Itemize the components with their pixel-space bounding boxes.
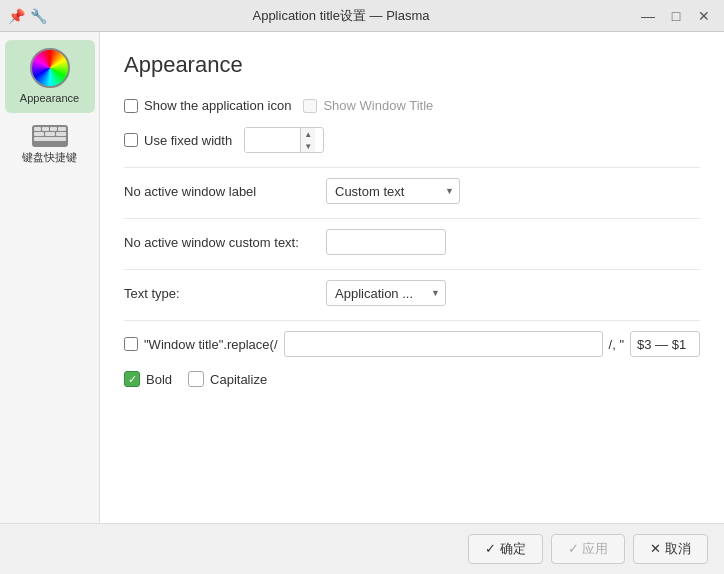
divider-1 bbox=[124, 167, 700, 168]
use-fixed-width-label[interactable]: Use fixed width bbox=[124, 133, 232, 148]
capitalize-label[interactable]: Capitalize bbox=[188, 371, 267, 387]
minimize-button[interactable]: — bbox=[636, 4, 660, 28]
use-fixed-width-checkbox[interactable] bbox=[124, 133, 138, 147]
confirm-button[interactable]: ✓ 确定 bbox=[468, 534, 543, 564]
text-type-combo-wrapper: Application ... Window title User define… bbox=[326, 280, 446, 306]
text-type-row: Text type: Application ... Window title … bbox=[124, 280, 700, 306]
show-app-icon-label[interactable]: Show the application icon bbox=[124, 98, 291, 113]
sidebar: Appearance 键盘快捷键 bbox=[0, 32, 100, 523]
divider-3 bbox=[124, 269, 700, 270]
show-window-title-checkbox[interactable] bbox=[303, 99, 317, 113]
sidebar-item-keyboard[interactable]: 键盘快捷键 bbox=[5, 117, 95, 172]
maximize-button[interactable]: □ bbox=[664, 4, 688, 28]
sidebar-item-appearance[interactable]: Appearance bbox=[5, 40, 95, 113]
show-window-title-label[interactable]: Show Window Title bbox=[303, 98, 433, 113]
capitalize-text: Capitalize bbox=[210, 372, 267, 387]
use-fixed-width-row: Use fixed width 100 ▲ ▼ bbox=[124, 127, 700, 153]
no-active-custom-text-row: No active window custom text: Desktop bbox=[124, 229, 700, 255]
appearance-icon bbox=[30, 48, 70, 88]
spinbox-up[interactable]: ▲ bbox=[301, 128, 315, 140]
spinbox-down[interactable]: ▼ bbox=[301, 140, 315, 152]
fixed-width-spinbox: 100 ▲ ▼ bbox=[244, 127, 324, 153]
show-app-icon-checkbox[interactable] bbox=[124, 99, 138, 113]
bold-checkbox[interactable]: ✓ bbox=[124, 371, 140, 387]
content-area: Appearance Show the application icon Sho… bbox=[100, 32, 724, 523]
regex-checkbox-label[interactable]: "Window title".replace(/ bbox=[124, 337, 278, 352]
window-title: Application title设置 — Plasma bbox=[46, 7, 636, 25]
bottom-bar: ✓ 确定 ✓ 应用 ✕ 取消 bbox=[0, 523, 724, 574]
fixed-width-input[interactable]: 100 bbox=[245, 128, 300, 152]
divider-4 bbox=[124, 320, 700, 321]
show-app-icon-row: Show the application icon Show Window Ti… bbox=[124, 98, 700, 113]
regex-separator: /, " bbox=[609, 337, 624, 352]
no-active-dropdown[interactable]: Custom text None Application name bbox=[326, 178, 460, 204]
capitalize-checkbox[interactable] bbox=[188, 371, 204, 387]
titlebar-left: 📌 🔧 bbox=[8, 8, 46, 24]
text-type-dropdown[interactable]: Application ... Window title User define… bbox=[326, 280, 446, 306]
options-row: ✓ Bold Capitalize bbox=[124, 371, 700, 387]
regex-row: "Window title".replace(/ ^(.*)\s*[—\-:]\… bbox=[124, 331, 700, 357]
keyboard-label: 键盘快捷键 bbox=[22, 151, 77, 164]
divider-2 bbox=[124, 218, 700, 219]
spinbox-arrows: ▲ ▼ bbox=[300, 128, 315, 152]
page-title: Appearance bbox=[124, 52, 700, 78]
regex-result: $3 — $1 bbox=[630, 331, 700, 357]
no-active-label-row: No active window label Custom text None … bbox=[124, 178, 700, 204]
no-active-label-text: No active window label bbox=[124, 184, 314, 199]
regex-input[interactable]: ^(.*)\s*[—\-:]\s*(Mozilla )?(\[^—\-:]+)$ bbox=[284, 331, 603, 357]
no-active-custom-text-label: No active window custom text: bbox=[124, 235, 314, 250]
text-type-label: Text type: bbox=[124, 286, 314, 301]
close-button[interactable]: ✕ bbox=[692, 4, 716, 28]
keyboard-icon bbox=[32, 125, 68, 147]
regex-prefix-text: "Window title".replace(/ bbox=[144, 337, 278, 352]
show-app-icon-text: Show the application icon bbox=[144, 98, 291, 113]
apply-button[interactable]: ✓ 应用 bbox=[551, 534, 626, 564]
bold-label[interactable]: ✓ Bold bbox=[124, 371, 172, 387]
regex-checkbox[interactable] bbox=[124, 337, 138, 351]
appearance-label: Appearance bbox=[20, 92, 79, 105]
show-window-title-text: Show Window Title bbox=[323, 98, 433, 113]
no-active-custom-text-input[interactable]: Desktop bbox=[326, 229, 446, 255]
tools-icon[interactable]: 🔧 bbox=[30, 8, 46, 24]
pin-icon[interactable]: 📌 bbox=[8, 8, 24, 24]
bold-text: Bold bbox=[146, 372, 172, 387]
no-active-combo-wrapper: Custom text None Application name bbox=[326, 178, 460, 204]
titlebar: 📌 🔧 Application title设置 — Plasma — □ ✕ bbox=[0, 0, 724, 32]
use-fixed-width-text: Use fixed width bbox=[144, 133, 232, 148]
window-controls: — □ ✕ bbox=[636, 4, 716, 28]
cancel-button[interactable]: ✕ 取消 bbox=[633, 534, 708, 564]
main-layout: Appearance 键盘快捷键 Appearance Show the app… bbox=[0, 32, 724, 523]
